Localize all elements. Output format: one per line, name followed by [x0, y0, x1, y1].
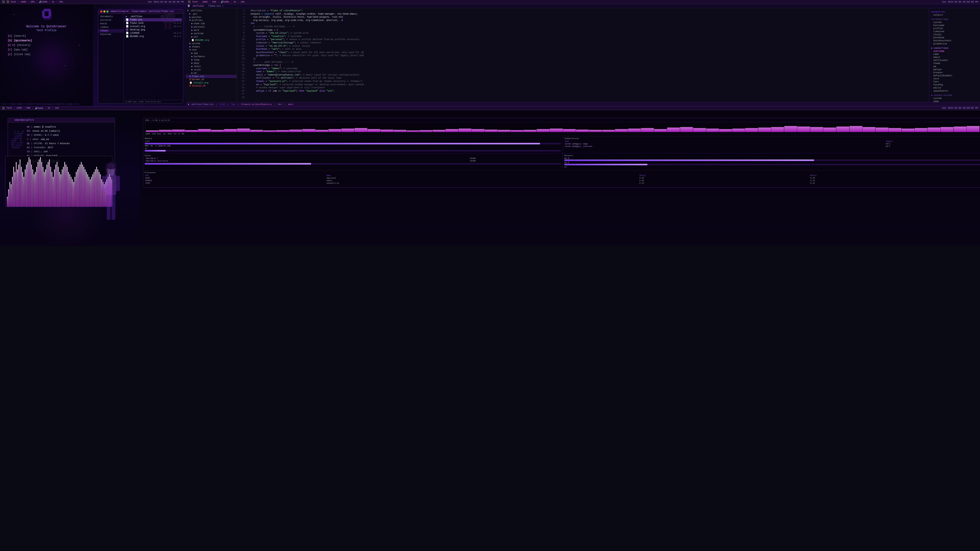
- viz-bar: [108, 177, 108, 206]
- viz-bar: [39, 159, 40, 206]
- ft-flake-nix[interactable]: ❄ flake.nix: [186, 75, 237, 78]
- qutebrowser-panel: ██████╗ ██╔═══██╗ ██║ ██║ ██║ ██║ ╚█████…: [0, 4, 93, 106]
- nf-val-up: 21 hours 7 minutes: [45, 142, 70, 145]
- win-max-dot[interactable]: [107, 11, 108, 13]
- editor-statusbar: ◉ .dotfiles/flake.nix | 3:10 | Top | Pro…: [186, 102, 490, 106]
- viz-bar: [32, 169, 33, 206]
- viz-bar: [30, 159, 30, 206]
- file-item-install-org[interactable]: 📄 install.org 10.6 K: [125, 25, 182, 28]
- viz-bar: [59, 172, 60, 206]
- ft-work[interactable]: ▶ work: [186, 29, 237, 32]
- viz-bar: [35, 172, 36, 206]
- ft-install-sh[interactable]: $ install.sh: [186, 84, 237, 87]
- qb-menu-item-close[interactable]: [x] [Close tab]: [8, 52, 85, 57]
- ft-shell[interactable]: ▶ shell: [186, 65, 237, 68]
- fm-titlebar: emmetFirewire: /home/emmet/.dotfiles/fla…: [98, 10, 183, 14]
- viz-bar: [53, 177, 54, 206]
- editor-tab-dotfiles[interactable]: 🔮 .dotfiles: [187, 5, 204, 7]
- sidebar-item-external[interactable]: External: [98, 33, 124, 36]
- ft-system[interactable]: ▶ system: [186, 42, 237, 45]
- fm-main: ▶ .dotfiles 📄 flake.nix 2.20 K 📄 flake.l…: [124, 14, 183, 103]
- viz-bar: [94, 172, 94, 206]
- sidebar-item-documents[interactable]: documents: [98, 15, 124, 18]
- cpu-r: 20%: [212, 1, 216, 3]
- file-item-flake-lock[interactable]: 📄 flake.lock 27.5 K: [125, 21, 182, 25]
- ft-app[interactable]: ▶ app: [186, 52, 237, 55]
- file-item-desktop[interactable]: 🖼 desktop.png: [125, 28, 182, 32]
- viz-bar: [22, 172, 23, 206]
- sm-proc-row-1: 550631 emacs 0.26 0.7%: [145, 179, 490, 182]
- viz-bar: [72, 179, 73, 206]
- viz-bar: [81, 162, 82, 206]
- viz-bar: [78, 167, 79, 206]
- sm-disks-cell: Disks /dev/dm-0 / 504GB /dev/dm-0 /nix/s…: [143, 153, 490, 170]
- ft-wm[interactable]: ▶ wm: [186, 71, 237, 75]
- ft-themes[interactable]: ▶ themes: [186, 45, 237, 48]
- editor-filepath: ◉ .dotfiles/flake.nix: [188, 103, 213, 105]
- ft-home-lab[interactable]: ▶ home-lab: [186, 22, 237, 25]
- file-item-dotfiles[interactable]: ▶ .dotfiles: [125, 15, 182, 18]
- fm-statusbar: 4.03M sum, 133k free 0/13 All: [124, 100, 183, 103]
- sm-cpu-stats: 100% CPU Use: 11 AVG: 13 0 0%: [145, 133, 490, 135]
- ft-user[interactable]: ▼ user: [186, 48, 237, 52]
- ft-install-org[interactable]: 📋 install.org: [186, 81, 237, 84]
- viz-bar: [100, 174, 101, 206]
- file-item-license[interactable]: 📄 LICENSE 34.2 K: [125, 32, 182, 35]
- cpu-bar: [159, 130, 172, 132]
- sm-procs-title: Processes: [145, 171, 490, 174]
- viz-bar: [27, 162, 28, 206]
- editor-close-tab[interactable]: ×: [222, 5, 224, 7]
- qb-menu-item-quickmarks[interactable]: [b] [Quickmarks]: [8, 38, 85, 43]
- ft-wsl[interactable]: ▶ wsl: [186, 35, 237, 38]
- viz-bar: [44, 172, 45, 206]
- sidebar-item-videos[interactable]: videos: [98, 25, 124, 29]
- qb-menu-item-search[interactable]: [o] [Search]: [8, 34, 85, 38]
- cpu-bar: [224, 129, 237, 132]
- editor-producer: Producer.p/LibrePhoenix.p: [241, 103, 272, 105]
- sidebar-item-themes[interactable]: themes: [98, 29, 124, 33]
- ft-git[interactable]: ▶ .git: [186, 12, 237, 16]
- viz-bar: [82, 165, 83, 206]
- ft-patches[interactable]: ▶ patches: [186, 16, 237, 19]
- file-item-readme[interactable]: 📄 README.org 16.6 K: [125, 35, 182, 38]
- ft-lang[interactable]: ▶ lang: [186, 58, 237, 62]
- win-min-dot[interactable]: [103, 11, 105, 13]
- viz-bar: [87, 174, 88, 206]
- folder-icon: ▶: [126, 15, 129, 18]
- qb-menu-item-history[interactable]: [S h] [History]: [8, 43, 85, 48]
- ft-pkgs[interactable]: ▶ pkgs: [186, 62, 237, 65]
- ft-profiles[interactable]: ▼ profiles: [186, 19, 237, 22]
- cpu-bar: [485, 130, 490, 132]
- datetime-left: Sat 2024-03-09 05:06:00 PM: [148, 1, 184, 3]
- ft-style[interactable]: ▶ style: [186, 68, 237, 71]
- sidebar-item-pictures[interactable]: pictures: [98, 18, 124, 22]
- topbar-right: ⬛ Tech | 100% | 20% | 🔊100% | 2s | 10s S…: [186, 0, 490, 4]
- viz-bar: [29, 157, 29, 206]
- nf-field-sh: CN | SHELL: zsh: [27, 150, 111, 154]
- viz-bar: [11, 184, 11, 206]
- ft-hardware[interactable]: ▶ hardware: [186, 55, 237, 58]
- qb-menu-item-newtab[interactable]: [t] [New tab]: [8, 48, 85, 52]
- ft-readme-profiles[interactable]: 📋 README.org: [186, 38, 237, 42]
- viz-bar: [62, 169, 62, 206]
- ft-worklab[interactable]: ▶ worklab: [186, 32, 237, 35]
- ft-harden[interactable]: $ harden.sh: [186, 78, 237, 81]
- topbar-icon-r: ⬛: [188, 0, 191, 3]
- sidebar-item-music[interactable]: music: [98, 22, 124, 25]
- viz-bar: [111, 179, 112, 206]
- file-item-flake-nix[interactable]: 📄 flake.nix 2.20 K: [125, 18, 182, 21]
- file-icon-img: 🖼: [126, 28, 129, 31]
- editor-code[interactable]: description = "Flake of LibrePhoenix"; o…: [246, 8, 490, 102]
- fm-title: emmetFirewire: /home/emmet/.dotfiles/fla…: [110, 10, 174, 13]
- editor-tab-flake[interactable]: flake.nix: [208, 5, 221, 7]
- ft-personal[interactable]: ▶ personal: [186, 25, 237, 29]
- sm-disk-row-0: /dev/dm-0 / 504GB: [145, 157, 490, 160]
- file-icon-readme: 📄: [126, 35, 129, 38]
- ft-root[interactable]: ▼ .dotfiles: [186, 9, 237, 12]
- win-close-dot[interactable]: [100, 11, 102, 13]
- sm-mem-bar: [145, 143, 490, 144]
- viz-body: [5, 156, 112, 206]
- viz-bar: [75, 177, 75, 206]
- cpu-bar: [433, 130, 445, 132]
- sm-cpu-chart: [145, 122, 490, 132]
